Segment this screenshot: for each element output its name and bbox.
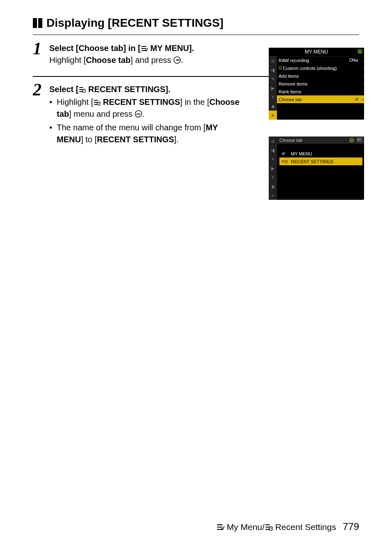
text: Recent Settings [273, 522, 336, 532]
svg-text:OK: OK [136, 113, 141, 116]
footer-breadcrumb: My Menu/ Recent Settings [216, 522, 336, 532]
recent-settings-icon: ≡◷ [282, 159, 288, 164]
step-number: 2 [33, 81, 49, 98]
pencil-icon: ✎ [269, 155, 277, 164]
bullet-item: The name of the menu will change from [M… [49, 122, 247, 146]
option-label: MY MENU [291, 151, 312, 156]
help-icon: ? [349, 138, 354, 143]
cam-submenu-title-text: Choose tab [279, 138, 302, 143]
pencil-icon: ✎ [269, 74, 277, 83]
menu-row-rank-items: Rank items › [277, 88, 364, 95]
caret-icon: › [362, 74, 363, 78]
row-label: Add items [279, 74, 299, 79]
heading-text: Displaying [RECENT SETTINGS] [46, 16, 224, 30]
menu-row-remove-items: Remove items › [277, 80, 364, 88]
row-label: Custom controls (shooting) [283, 66, 337, 71]
help-icon: ? [357, 49, 362, 54]
network-icon: ◉ [269, 102, 277, 111]
text: ] and press [131, 56, 174, 65]
menu-row-custom-controls: f2 Custom controls (shooting) › [277, 64, 364, 72]
option-label: RECENT SETTINGS [291, 159, 333, 164]
step-instruction: Highlight [Choose tab] and press . [49, 54, 247, 66]
step-title: Select [Choose tab] in [ MY MENU]. [49, 42, 247, 54]
caret-icon: › [362, 58, 363, 62]
text: . [181, 56, 183, 65]
text: RECENT SETTINGS]. [86, 85, 171, 94]
raw-suffix-icon: ⊞ [355, 59, 358, 62]
text: Highlight [ [57, 97, 93, 106]
step-body: Select [ RECENT SETTINGS]. Highlight [ R… [49, 83, 247, 147]
my-menu-icon [141, 45, 148, 52]
my-menu-icon [216, 523, 224, 531]
recent-settings-icon [78, 86, 86, 93]
divider [33, 35, 359, 35]
text: Highlight [ [49, 56, 86, 65]
svg-point-1 [176, 59, 178, 61]
caret-icon: › [362, 81, 363, 86]
bullet-list: Highlight [ RECENT SETTINGS] in the [Cho… [49, 96, 247, 146]
cam-main: Choose tab ? ↶ ≡⁄ MY MENU ≡◷ RECENT SETT… [277, 137, 364, 200]
wrench-icon: Y [269, 173, 277, 182]
back-icon: ↶ [356, 137, 362, 143]
option-recent-settings: ≡◷ RECENT SETTINGS [279, 157, 362, 165]
menu-row-raw-recording: RAW recording ON⊞ › [277, 56, 364, 64]
option-my-menu: ≡⁄ MY MENU [279, 150, 362, 157]
spacer [277, 165, 364, 188]
recent-settings-icon [265, 523, 273, 531]
cam-title-text: MY MENU [305, 49, 328, 55]
cam-title: MY MENU ? [269, 48, 364, 56]
step-body: Select [Choose tab] in [ MY MENU]. Highl… [49, 42, 247, 66]
text: Select [ [49, 85, 78, 94]
menu-row-add-items: Add items › [277, 72, 364, 80]
network-icon: ◉ [269, 182, 277, 191]
my-menu-icon: ≡⁄ [282, 151, 288, 156]
my-menu-tab-icon: ≡ [269, 111, 277, 120]
text: MY MENU]. [148, 44, 194, 53]
page-footer: My Menu/ Recent Settings 779 [216, 521, 359, 532]
cam-sidebar: ◘ ▪▮ ✎ ▶ Y ◉ ≡ [269, 56, 277, 120]
playback-icon: ▶ [269, 83, 277, 93]
row-value: ON⊞ [349, 58, 358, 62]
section-heading: Displaying [RECENT SETTINGS] [33, 16, 359, 30]
heading-bullet-icon [33, 18, 42, 28]
text-bold: RECENT SETTINGS [103, 97, 180, 106]
my-menu-tab-icon: ≡ [269, 191, 277, 200]
row-label: RAW recording [279, 58, 309, 63]
recent-settings-icon [93, 99, 101, 106]
spacer [277, 144, 364, 150]
row-label: Choose tab [279, 97, 302, 102]
camera-icon: ◘ [269, 56, 277, 65]
menu-row-choose-tab: Choose tab ≡⁄ › [277, 95, 364, 103]
text: ] menu and press [69, 109, 135, 118]
cam-sidebar: ◘ ▪▮ ✎ ▶ Y ◉ ≡ [269, 137, 277, 200]
playback-icon: ▶ [269, 164, 277, 173]
cam-submenu-title: Choose tab ? ↶ [277, 137, 364, 144]
menu-row-empty [277, 103, 364, 111]
text: The name of the menu will change from [ [57, 123, 205, 132]
text: ] to [ [81, 135, 97, 144]
ok-icon: OK [135, 110, 142, 118]
wrench-icon: Y [269, 93, 277, 102]
right-selector-icon [173, 56, 181, 64]
caret-icon: › [362, 89, 363, 94]
step-number: 1 [33, 40, 49, 57]
text: . [142, 109, 145, 118]
text-bold: Choose tab [86, 56, 131, 65]
bullet-item: Highlight [ RECENT SETTINGS] in the [Cho… [49, 96, 247, 120]
row-label: Remove items [279, 81, 307, 86]
text: Select [Choose tab] in [ [49, 44, 141, 53]
video-icon: ▪▮ [269, 146, 277, 155]
text: ] in the [ [180, 97, 209, 106]
camera-screenshot-choose-tab: ◘ ▪▮ ✎ ▶ Y ◉ ≡ Choose tab ? ↶ ≡⁄ MY MENU… [269, 137, 364, 200]
row-label: Rank items [279, 89, 301, 94]
caret-icon: › [362, 97, 363, 102]
caret-icon: › [362, 66, 363, 70]
text: ]. [174, 135, 179, 144]
my-menu-icon: ≡⁄ [355, 97, 358, 102]
camera-screenshot-my-menu: MY MENU ? ◘ ▪▮ ✎ ▶ Y ◉ ≡ RAW recording O… [269, 48, 364, 120]
camera-icon: ◘ [269, 137, 277, 146]
video-icon: ▪▮ [269, 65, 277, 74]
text: My Menu/ [224, 522, 265, 532]
cam-main: RAW recording ON⊞ › f2 Custom controls (… [277, 56, 364, 120]
page-number: 779 [343, 521, 359, 532]
